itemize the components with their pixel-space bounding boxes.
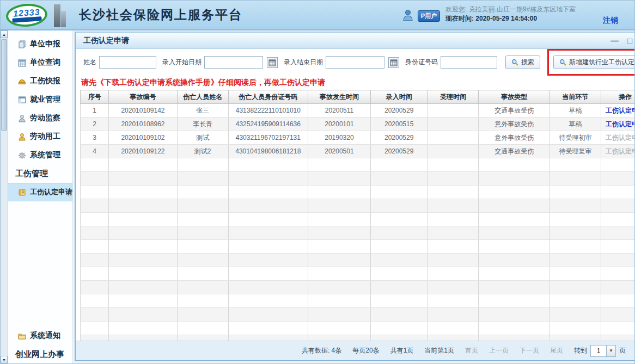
first-page-link: 首页 <box>465 346 478 355</box>
documents-icon <box>17 40 26 48</box>
sidebar-item-label: 创业网上办事 <box>15 349 64 360</box>
scroll-down-icon[interactable]: ▼ <box>1 356 8 363</box>
cell-action: 工伤认定申请 <box>601 131 635 145</box>
sidebar-item-label: 系统管理 <box>30 150 60 160</box>
cell-action: 工伤认定申请 <box>601 104 635 118</box>
sidebar-item-label: 劳动用工 <box>30 132 60 141</box>
sidebar-item-injury-mgmt[interactable]: 工伤管理 <box>8 164 72 183</box>
start-date-calendar-icon[interactable] <box>267 57 278 68</box>
cell-name: 张三 <box>177 104 228 118</box>
end-date-calendar-icon[interactable] <box>388 57 399 68</box>
sidebar-item-startup-online[interactable]: 创业网上办事 <box>8 345 72 363</box>
end-date-input[interactable] <box>326 56 384 69</box>
main-area: 工伤认定申请 — □ X 姓名 录入开始日期 录入结束日期 <box>73 30 635 363</box>
id-number-label: 身份证号码 <box>405 58 438 67</box>
cell-accident_date: 20200501 <box>308 145 370 158</box>
sidebar-item-label: 工伤管理 <box>15 169 48 179</box>
table-row: 3202010109102测试4303211967021971312019032… <box>81 131 635 145</box>
empty-table-row <box>81 308 635 322</box>
column-header: 当前环节 <box>550 90 601 104</box>
cell-action: 工伤认定申请 <box>601 145 635 158</box>
sidebar-item-system-notice[interactable]: 系统通知 <box>8 326 72 345</box>
sidebar: 单位申报单位查询工伤快报就业管理劳动监察劳动用工系统管理工伤管理工伤认定申请 系… <box>8 30 73 363</box>
empty-table-row <box>81 335 635 341</box>
cell-name: 测试 <box>177 131 228 145</box>
sidebar-item-injury-bulletin[interactable]: 工伤快报 <box>8 72 72 90</box>
person-icon <box>17 114 26 122</box>
sidebar-scrollbar[interactable]: ▲ ▼ <box>1 30 8 363</box>
panel-title: 工伤认定申请 <box>83 36 129 46</box>
cell-accident_type: 交通事故受伤 <box>479 145 550 158</box>
sidebar-item-system-mgmt[interactable]: 系统管理 <box>8 146 72 164</box>
column-header: 受理时间 <box>428 90 479 104</box>
empty-table-row <box>81 172 635 186</box>
top-header: 12333 长沙社会保险网上服务平台 P用户 欢迎您: 克拉美丽.山庄一期9#栋… <box>1 1 634 30</box>
add-construction-injury-button[interactable]: 新增建筑行业工伤认定 <box>553 55 635 69</box>
start-date-label: 录入开始日期 <box>162 58 202 67</box>
cell-accident_type: 交通事故受伤 <box>479 104 550 118</box>
column-header: 序号 <box>81 90 109 104</box>
cell-name: 测试2 <box>177 145 228 158</box>
worker-icon <box>17 132 26 141</box>
body: ▲ ▼ 单位申报单位查询工伤快报就业管理劳动监察劳动用工系统管理工伤管理工伤认定… <box>1 30 634 363</box>
table-row: 2202010108962李长青432524195909114636202001… <box>81 118 635 131</box>
scroll-up-icon[interactable]: ▲ <box>1 30 8 38</box>
total-count: 共有数据: 4条 <box>302 346 341 355</box>
cell-id_no: 430104198006181218 <box>228 145 308 158</box>
cell-stage: 草稿 <box>550 104 601 118</box>
site-title: 长沙社会保险网上服务平台 <box>79 7 242 23</box>
column-header: 伤亡人员身份证号码 <box>228 90 308 104</box>
logout-link[interactable]: 注销 <box>603 16 618 26</box>
app-window: 12333 长沙社会保险网上服务平台 P用户 欢迎您: 克拉美丽.山庄一期9#栋… <box>0 0 635 364</box>
empty-table-row <box>81 294 635 308</box>
name-input[interactable] <box>99 56 156 69</box>
minimize-icon[interactable]: — <box>610 36 619 45</box>
scrollbar-thumb[interactable] <box>1 39 7 131</box>
injury-apply-panel: 工伤认定申请 — □ X 姓名 录入开始日期 录入结束日期 <box>75 32 635 361</box>
cell-accept_date <box>428 104 479 118</box>
calendar-icon <box>17 58 26 67</box>
sidebar-item-unit-query[interactable]: 单位查询 <box>8 53 72 72</box>
injury-apply-link: 工伤认定申请 <box>606 147 635 155</box>
sidebar-item-injury-apply[interactable]: 工伤认定申请 <box>8 183 72 201</box>
search-icon <box>511 59 518 66</box>
start-date-input[interactable] <box>204 56 263 69</box>
sidebar-item-labor-employment[interactable]: 劳动用工 <box>8 127 72 146</box>
goto-dropdown-icon[interactable]: ▼ <box>607 345 616 357</box>
empty-table-row <box>81 199 635 213</box>
empty-table-row <box>81 158 635 172</box>
window-controls: — □ X <box>610 36 635 45</box>
id-number-input[interactable] <box>441 56 497 69</box>
injury-apply-link[interactable]: 工伤认定申请 <box>606 120 635 128</box>
sidebar-list: 单位申报单位查询工伤快报就业管理劳动监察劳动用工系统管理工伤管理工伤认定申请 <box>8 35 72 201</box>
sidebar-item-labor-supervision[interactable]: 劳动监察 <box>8 109 72 127</box>
maximize-icon[interactable]: □ <box>627 36 632 45</box>
sidebar-item-employment-mgmt[interactable]: 就业管理 <box>8 90 72 109</box>
cell-accident_no: 202010109142 <box>109 104 177 118</box>
sidebar-item-unit-declare[interactable]: 单位申报 <box>8 35 72 53</box>
cell-id_no: 432524195909114636 <box>228 118 308 131</box>
book-icon <box>17 188 26 196</box>
goto-page-input[interactable]: 1 <box>590 345 607 357</box>
goto-page-control: 转到 1 ▼ 页 <box>574 345 626 357</box>
pagination-bar: 共有数据: 4条 每页20条 共有1页 当前第1页 首页 上一页 下一页 尾页 … <box>76 341 635 360</box>
cell-id_no: 431382222110101010 <box>228 104 308 118</box>
current-time: 现在时间: 2020-05-29 14:54:00 <box>445 14 584 23</box>
goto-label: 转到 <box>574 346 587 355</box>
window-icon <box>17 95 26 104</box>
end-date-label: 录入结束日期 <box>284 58 323 67</box>
search-button[interactable]: 搜索 <box>505 55 540 69</box>
cell-accept_date <box>428 145 479 158</box>
welcome-text: 欢迎您: 克拉美丽.山庄一期9#栋及东区地下室 <box>445 5 584 14</box>
sidebar-bottom-list: 系统通知创业网上办事 <box>8 326 72 363</box>
cell-entry_date: 20200529 <box>370 104 428 118</box>
logo-12333-icon: 12333 <box>5 2 48 28</box>
injury-apply-link[interactable]: 工伤认定申请 <box>606 107 635 114</box>
cell-accident_no: 202010109102 <box>109 131 177 145</box>
empty-table-row <box>81 267 635 281</box>
gear-icon <box>17 151 26 159</box>
cell-seq: 1 <box>81 104 109 118</box>
user-icon <box>402 9 413 21</box>
sidebar-item-label: 系统通知 <box>30 331 60 341</box>
cell-seq: 4 <box>81 145 109 158</box>
